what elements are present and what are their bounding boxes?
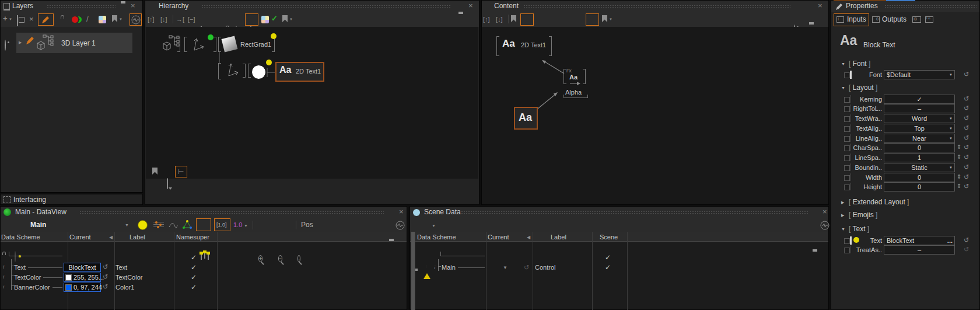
monitor-waveform-icon[interactable] bbox=[820, 221, 830, 230]
move-up-icon[interactable]: [↑] bbox=[148, 16, 155, 23]
reset-icon[interactable]: ↺ bbox=[964, 95, 969, 103]
height-field[interactable]: 0 bbox=[884, 182, 955, 191]
charspacing-field[interactable]: 0 bbox=[884, 143, 955, 152]
field-name[interactable]: BannerColor bbox=[14, 284, 62, 291]
stack-io-icon[interactable]: I o bbox=[925, 16, 933, 23]
font-dropdown[interactable]: $Default▼ bbox=[884, 70, 955, 79]
line-tool-icon[interactable]: / bbox=[86, 15, 89, 23]
treatas-field[interactable]: – bbox=[884, 245, 955, 255]
delete-layer-icon[interactable]: × bbox=[29, 15, 34, 23]
linespacing-field[interactable]: 1 bbox=[884, 153, 955, 162]
righttoleft-field[interactable]: – bbox=[884, 104, 955, 113]
bounding-dropdown[interactable]: Static▼ bbox=[884, 163, 955, 172]
bookmark-dropdown-icon[interactable]: ▼ bbox=[609, 18, 612, 21]
reset-icon[interactable]: ↺ bbox=[964, 105, 969, 112]
scheme-name[interactable]: Main bbox=[30, 221, 46, 229]
fit-icon[interactable]: [−] bbox=[188, 16, 195, 23]
ellipse-thumbnail[interactable] bbox=[251, 65, 266, 79]
section-layout[interactable]: Layout bbox=[849, 83, 877, 92]
textwrap-dropdown[interactable]: Word▼ bbox=[884, 114, 955, 123]
bookmark-dropdown-icon[interactable]: ▼ bbox=[119, 18, 123, 21]
monitor-waveform-icon[interactable] bbox=[396, 221, 405, 230]
frame-badge[interactable]: [1.0] bbox=[216, 222, 227, 228]
validate-check-icon[interactable]: ✓ bbox=[271, 14, 278, 23]
tab-inputs[interactable]: Inputs bbox=[847, 15, 866, 23]
insert-icon[interactable]: →[ bbox=[176, 16, 184, 23]
comment-icon[interactable] bbox=[167, 178, 168, 189]
speed-dropdown-icon[interactable]: ▼ bbox=[244, 224, 248, 228]
reset-icon[interactable]: ↺ bbox=[964, 163, 969, 171]
label-cell[interactable]: TextColor bbox=[116, 274, 142, 281]
column-header[interactable]: Label bbox=[551, 234, 566, 241]
column-header[interactable]: Namesuper bbox=[176, 234, 209, 241]
field-name[interactable]: TextColor bbox=[14, 274, 62, 281]
monitor-waveform-icon[interactable] bbox=[131, 15, 141, 25]
section-collapse-icon[interactable]: ▼ bbox=[841, 62, 845, 66]
warning-icon[interactable] bbox=[424, 263, 430, 279]
layer-name[interactable]: 3D Layer 1 bbox=[61, 39, 96, 47]
curves-icon[interactable] bbox=[169, 221, 178, 229]
textalign-dropdown[interactable]: Top▼ bbox=[884, 124, 955, 133]
tree-root-line[interactable] bbox=[440, 256, 485, 256]
hazard-icon[interactable] bbox=[15, 251, 16, 262]
add-layer-dropdown-icon[interactable]: ▼ bbox=[9, 18, 12, 21]
speed-value[interactable]: 1.0 bbox=[233, 221, 242, 228]
move-down-icon[interactable]: [↓] bbox=[160, 16, 167, 23]
current-value-field[interactable]: 0, 97, 244 bbox=[64, 283, 101, 292]
fx-node-glyph[interactable]: Aa bbox=[569, 74, 578, 81]
stepper-icon[interactable]: ⇕ bbox=[957, 144, 961, 150]
close-icon[interactable]: × bbox=[468, 1, 473, 10]
stepper-icon[interactable]: ⇕ bbox=[957, 154, 961, 160]
reset-icon[interactable]: ↺ bbox=[964, 183, 969, 190]
reset-icon[interactable]: ↺ bbox=[964, 246, 969, 253]
record-dot[interactable] bbox=[138, 220, 148, 230]
vertex-triangle-icon[interactable] bbox=[182, 220, 192, 229]
move-up-icon[interactable]: [↑] bbox=[483, 16, 490, 23]
current-value-field[interactable]: 255, 255... bbox=[64, 273, 101, 282]
reset-icon[interactable]: ↺ bbox=[524, 264, 529, 271]
reset-icon[interactable]: ↺ bbox=[964, 154, 969, 161]
reset-icon[interactable]: ↺ bbox=[103, 283, 108, 291]
axes-gizmo-icon[interactable] bbox=[191, 36, 206, 53]
scheme-dropdown-icon[interactable]: ▼ bbox=[125, 223, 129, 227]
column-header[interactable]: Scene bbox=[600, 234, 618, 241]
info-icon[interactable]: i bbox=[434, 264, 436, 270]
close-icon[interactable]: × bbox=[822, 207, 827, 216]
section-expand-icon[interactable]: ▶ bbox=[841, 213, 844, 218]
column-header[interactable]: Current bbox=[69, 234, 91, 241]
root-check[interactable]: ✓ bbox=[187, 253, 201, 262]
section-emojis[interactable]: Emojis bbox=[849, 211, 877, 219]
width-field[interactable]: 0 bbox=[884, 173, 955, 182]
text-node-glyph[interactable]: Aa bbox=[502, 38, 515, 50]
column-header[interactable]: Data Scheme bbox=[1, 234, 40, 241]
ellipsis-button[interactable]: ... bbox=[947, 237, 954, 244]
column-header[interactable]: Data Scheme bbox=[417, 234, 456, 241]
reset-icon[interactable]: ↺ bbox=[964, 134, 969, 142]
palette-icon[interactable] bbox=[261, 16, 269, 23]
label-cell[interactable]: Text bbox=[116, 264, 127, 271]
palette-icon[interactable] bbox=[99, 16, 106, 23]
reset-icon[interactable]: ↺ bbox=[964, 144, 969, 151]
reset-icon[interactable]: ↺ bbox=[964, 173, 969, 181]
section-text[interactable]: Text bbox=[849, 225, 869, 233]
section-extended-layout[interactable]: Extended Layout bbox=[849, 198, 909, 206]
reset-icon[interactable]: ↺ bbox=[964, 236, 969, 244]
duplicate-layer-icon[interactable] bbox=[17, 15, 18, 26]
tree-root-line[interactable] bbox=[9, 256, 62, 256]
section-expand-icon[interactable]: ▶ bbox=[841, 200, 844, 205]
zoom-fit-icon[interactable] bbox=[298, 255, 300, 262]
label-cell[interactable]: Color1 bbox=[116, 284, 134, 291]
reset-icon[interactable]: ↺ bbox=[964, 114, 969, 122]
bookmark-dropdown-icon[interactable]: ▼ bbox=[289, 18, 293, 21]
pencil-icon[interactable] bbox=[41, 16, 50, 24]
section-collapse-icon[interactable]: ▼ bbox=[841, 227, 845, 231]
text-node-label[interactable]: 2D Text1 bbox=[521, 41, 546, 48]
close-icon[interactable]: × bbox=[818, 1, 822, 10]
namesuper-check[interactable]: ✓ bbox=[187, 273, 201, 281]
info-icon[interactable]: i bbox=[3, 274, 5, 280]
stepper-icon[interactable]: ⇕ bbox=[957, 183, 961, 189]
tee-icon[interactable]: ⊢ bbox=[178, 168, 184, 176]
axes-gizmo-icon[interactable] bbox=[225, 60, 240, 79]
section-font[interactable]: Font bbox=[849, 60, 870, 68]
current-dropdown-icon[interactable]: ▼ bbox=[503, 265, 508, 270]
